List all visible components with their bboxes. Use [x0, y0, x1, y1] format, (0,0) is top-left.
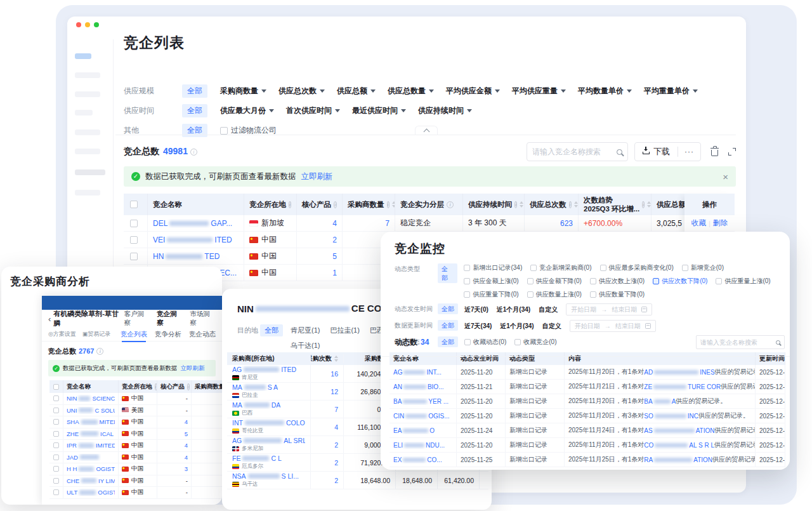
checkbox[interactable] [53, 478, 59, 484]
checkbox[interactable] [130, 253, 138, 260]
checkbox[interactable] [653, 278, 659, 284]
tool-方案设置[interactable]: ◎方案设置 [48, 330, 76, 338]
purchaser-name-link[interactable]: AGAL SRL [232, 437, 305, 444]
competitor-name-link[interactable]: JAD [67, 454, 101, 461]
filter-dropdown[interactable]: 最近供应时间 [352, 105, 406, 116]
tab-市场洞察[interactable]: 市场洞察 [190, 310, 216, 328]
checkbox[interactable] [53, 466, 59, 472]
checkbox[interactable] [530, 265, 537, 271]
purchase-times-link[interactable]: 7 [334, 406, 338, 413]
type-option[interactable]: 供应数量上涨(0) [527, 290, 582, 299]
type-option[interactable]: 供应金额下降(0) [527, 277, 582, 286]
type-option[interactable]: 供应金额上涨(0) [464, 277, 518, 286]
type-option[interactable]: 供应数量下降(0) [590, 290, 645, 299]
filter-all-chip[interactable]: 全部 [182, 104, 207, 117]
purchaser-name-link[interactable]: FEC L [232, 455, 282, 462]
checkbox[interactable] [590, 291, 596, 298]
type-option[interactable]: 供应重量上涨(0) [716, 277, 770, 286]
search-icon[interactable] [776, 340, 780, 345]
core-products-value[interactable]: 3 [185, 465, 188, 472]
download-button[interactable]: 下载 [635, 143, 678, 161]
core-products-link[interactable]: 2 [332, 236, 337, 244]
filter-all-chip[interactable]: 全部 [182, 84, 207, 98]
checkbox[interactable] [53, 455, 59, 460]
tab-客户洞察[interactable]: 客户洞察 [124, 310, 150, 328]
buyer-count-link[interactable]: 7 [385, 219, 390, 228]
competitor-name-link[interactable]: ULTOGISTICS ... [67, 489, 115, 496]
content-company-link[interactable]: COAL S R L [644, 442, 714, 449]
core-products-link[interactable]: 4 [332, 219, 337, 228]
checkbox[interactable] [682, 265, 688, 271]
filter-all-chip[interactable]: 全部 [438, 263, 457, 283]
filter-dropdown[interactable]: 首次供应时间 [286, 105, 340, 116]
purchaser-name-link[interactable]: AGITED [232, 366, 296, 373]
checkbox[interactable] [464, 291, 470, 298]
filter-dropdown[interactable]: 平均数量单价 [578, 86, 632, 96]
checkbox[interactable] [464, 265, 470, 271]
purchase-times-link[interactable]: 2 [334, 459, 338, 467]
competitor-name-link[interactable]: VEIITED [153, 236, 232, 244]
competitor-name-link[interactable]: HNTED [153, 252, 219, 261]
purchaser-name-link[interactable]: MADA [232, 401, 280, 409]
time-option[interactable]: 近7天(34) [464, 322, 492, 331]
destination-option[interactable]: 乌干达(1) [291, 341, 320, 350]
monitor-search-input[interactable] [700, 339, 776, 346]
more-options-button[interactable]: ··· [678, 147, 700, 156]
delete-button[interactable]: 删除 [713, 218, 728, 228]
filter-dropdown[interactable]: 平均重量单价 [644, 86, 698, 96]
sort-icon[interactable] [520, 201, 523, 208]
checkbox[interactable] [220, 127, 228, 135]
sort-icon[interactable] [647, 201, 651, 208]
checkbox[interactable] [600, 265, 606, 271]
core-products-link[interactable]: 1 [332, 269, 337, 277]
checkbox[interactable] [53, 442, 59, 448]
core-products-value[interactable]: 4 [185, 454, 188, 461]
time-option[interactable]: 近7天(0) [464, 305, 488, 314]
content-company-link[interactable]: ASATION [644, 427, 714, 434]
close-banner-icon[interactable]: × [723, 171, 728, 182]
filter-all-chip[interactable]: 全部 [438, 320, 458, 331]
filter-dropdown[interactable]: 供应持续时间 [418, 105, 472, 116]
date-range-input[interactable]: 开始日期→结束日期 [570, 320, 656, 332]
custom-option[interactable]: 自定义 [542, 322, 561, 331]
checkbox[interactable] [130, 220, 138, 227]
sub-tab-竞企动态[interactable]: 竞企动态 [189, 330, 216, 339]
type-option[interactable]: 竞企新增采购商(0) [530, 263, 591, 272]
competitor-name-link[interactable]: EAO [393, 427, 435, 434]
filter-dropdown[interactable]: 供应总额 [337, 86, 376, 96]
tool-贸易记录[interactable]: ▣贸易记录 [82, 330, 111, 338]
checkbox[interactable] [130, 236, 138, 244]
destination-all-chip[interactable]: 全部 [260, 324, 283, 336]
competitor-name-link[interactable]: ANBIO... [393, 383, 443, 390]
type-option[interactable]: 供应次数下降(0) [653, 277, 707, 286]
filter-all-chip[interactable]: 全部 [438, 303, 458, 314]
competitor-name-link[interactable]: NINSCIENCE C... [67, 395, 115, 402]
competitor-name-link[interactable]: H HOGISTICS C... [67, 465, 115, 472]
filter-dropdown[interactable]: 采购商数量 [220, 86, 266, 96]
core-products-value[interactable]: 4 [185, 442, 188, 449]
content-company-link[interactable]: ADINES [644, 369, 714, 376]
type-option[interactable]: 新增出口记录(34) [464, 263, 522, 272]
search-icon[interactable] [617, 149, 622, 155]
refresh-now-link[interactable]: 立即刷新 [301, 171, 333, 182]
competitor-name-link[interactable]: BAYER ... [393, 398, 449, 405]
sort-icon[interactable] [334, 355, 338, 362]
delete-icon[interactable] [711, 150, 718, 156]
checkbox[interactable] [53, 395, 59, 401]
purchase-times-link[interactable]: 16 [331, 370, 338, 378]
competitor-search-input[interactable] [527, 142, 628, 161]
mini-refresh-link[interactable]: 立即刷新 [181, 364, 205, 373]
competitor-name-link[interactable]: UNIC SOLUTI... [67, 407, 115, 414]
competitor-name-link[interactable]: DELGAP... [153, 219, 232, 228]
sort-icon[interactable] [574, 201, 578, 208]
content-company-link[interactable]: RAATION [644, 456, 712, 463]
core-products-value[interactable]: 5 [185, 430, 188, 437]
type-option[interactable]: 供应次数上涨(0) [590, 277, 645, 286]
competitor-name-link[interactable]: ELINDU... [393, 442, 445, 449]
purchaser-name-link[interactable]: NSAS LI... [232, 472, 299, 480]
checkbox[interactable] [464, 278, 470, 284]
search-input[interactable] [532, 147, 617, 156]
minimize-window-icon[interactable] [85, 22, 90, 27]
type-option[interactable]: 新增竞企(0) [682, 263, 724, 272]
competitor-name-link[interactable]: CINOGIS... [393, 413, 450, 420]
